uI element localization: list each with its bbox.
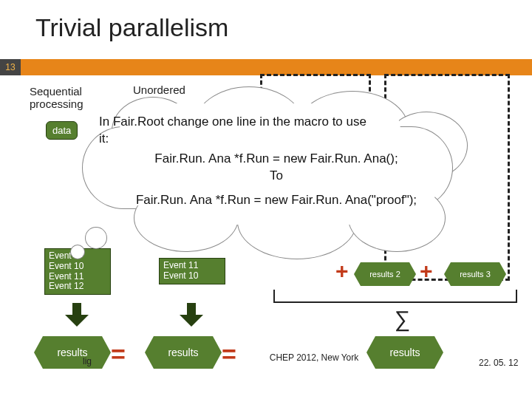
partial-label: results 3 [460, 270, 491, 279]
results-label: results [389, 347, 420, 358]
footer-date: 22. 05. 12 [479, 358, 518, 368]
slide-title: Trivial parallelism [35, 13, 228, 42]
event-row: Event 10 [49, 262, 106, 272]
footer-lig: lig [83, 356, 92, 366]
cloud-text: In Fair.Root change one line in the macr… [99, 114, 454, 209]
results-hex-1: results [43, 336, 102, 369]
event-row: Event 12 [49, 282, 106, 292]
cloud-line-2: it: [99, 131, 454, 148]
accent-bar [0, 59, 532, 75]
cloud-line-5: Fair.Run. Ana *f.Run = new Fair.Run. Ana… [99, 192, 454, 209]
arrow-down-icon [65, 303, 87, 328]
event-list-2: Event 11 Event 10 [159, 258, 225, 284]
equals-icon: = [111, 340, 126, 369]
partial-results-2: results 2 [361, 262, 409, 286]
cloud-line-1: In Fair.Root change one line in the macr… [99, 114, 454, 131]
footer-chep: CHEP 2012, New York [266, 353, 362, 363]
slide: Trivial parallelism 13 Sequential proces… [0, 0, 532, 399]
plus-icon: + [335, 259, 349, 284]
equals-icon: = [222, 340, 236, 369]
cloud-line-4: To [99, 168, 454, 185]
brace-bracket [273, 290, 517, 303]
page-number: 13 [0, 59, 21, 75]
plus-icon: + [420, 259, 433, 284]
partial-label: results 2 [369, 270, 400, 279]
sigma-icon: ∑ [395, 307, 410, 332]
results-hex-2: results [154, 336, 213, 369]
results-hex-final: results [375, 336, 434, 369]
cloud-line-3: Fair.Run. Ana *f.Run = new Fair.Run. Ana… [99, 151, 454, 168]
label-unordered: Unordered [133, 83, 185, 96]
arrow-down-icon [180, 303, 202, 328]
cloud-callout: In Fair.Root change one line in the macr… [68, 98, 467, 245]
results-label: results [168, 347, 198, 358]
event-row: Event 10 [163, 271, 221, 282]
event-row: Event 11 [163, 261, 221, 271]
partial-results-3: results 3 [451, 262, 499, 286]
event-row: Event 11 [49, 272, 106, 282]
